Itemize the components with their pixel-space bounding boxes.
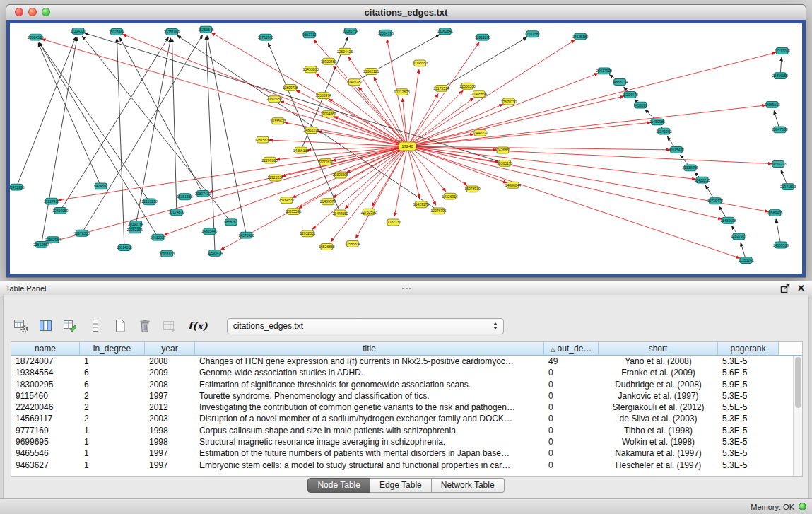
graph-node-label: 11194320: [71, 30, 86, 33]
create-row-button[interactable]: [86, 317, 105, 335]
tab-network-table[interactable]: Network Table: [432, 478, 505, 493]
graph-node-label: 13919260: [475, 36, 490, 40]
table-row[interactable]: 1938455462009Genome-wide association stu…: [11, 367, 793, 378]
table-row[interactable]: 911546021997Tourette syndrome. Phenomeno…: [11, 390, 793, 402]
function-builder-button[interactable]: f(x): [185, 317, 211, 335]
graph-node-label: 14369569: [773, 244, 789, 247]
graph-node-label: 9433099: [634, 104, 648, 107]
new-file-icon: [112, 318, 128, 334]
cell-in_degree: 1: [80, 448, 145, 459]
cell-name: 9699695: [11, 436, 80, 448]
cell-short: Hescheler et al. (1997): [599, 460, 718, 471]
column-header-out_degree[interactable]: △out_de…: [544, 342, 599, 356]
scrollbar-thumb[interactable]: [795, 357, 801, 408]
column-header-short[interactable]: short: [599, 342, 718, 356]
graph-node-label: 13453863: [303, 68, 319, 71]
graph-node-label: 18922450: [321, 60, 336, 64]
close-window-button[interactable]: [15, 8, 23, 16]
table-row[interactable]: 969969511998Structural magnetic resonanc…: [11, 436, 793, 448]
graph-node-label: 23444552: [333, 212, 348, 216]
graph-node-label: 14865440: [201, 230, 217, 233]
window-titlebar[interactable]: citations_edges.txt: [6, 5, 806, 21]
graph-node-label: 11450986: [649, 120, 665, 124]
graph-node-label: 20426782: [346, 81, 362, 84]
close-panel-icon[interactable]: ✕: [797, 284, 805, 293]
graph-node-label: 13809728: [283, 86, 298, 90]
column-header-year[interactable]: year: [145, 342, 195, 356]
table-body: 1872400712008Changes of HCN gene express…: [11, 356, 793, 476]
combo-arrows-icon: [493, 322, 498, 329]
network-view-frame: 1724017426831183631731488684415978939143…: [6, 20, 806, 277]
graph-node-label: 11182130: [386, 221, 401, 225]
table-panel-header: Table Panel ✕: [0, 281, 812, 296]
table-row[interactable]: 977716911998Corpus callosum shape and si…: [11, 425, 793, 436]
delete-button[interactable]: [136, 317, 154, 335]
cell-year: 1997: [145, 390, 195, 402]
tab-edge-table[interactable]: Edge Table: [370, 478, 432, 493]
column-header-pagerank[interactable]: pagerank: [718, 342, 779, 356]
table-row[interactable]: 1872400712008Changes of HCN gene express…: [11, 356, 793, 367]
column-header-filler: [779, 342, 802, 356]
cell-in_degree: 1: [80, 460, 145, 471]
graph-node-label: 17240: [401, 144, 413, 148]
cell-name: 18300295: [11, 379, 80, 390]
column-header-title[interactable]: title: [195, 342, 544, 356]
new-file-button[interactable]: [111, 317, 129, 335]
table-row[interactable]: 1456911722003Disruption of a novel membe…: [11, 413, 793, 424]
create-row-icon: [88, 318, 103, 334]
graph-node-label: 16762963: [258, 36, 273, 40]
import-table-button[interactable]: [160, 317, 179, 335]
graph-node-label: 12814018: [117, 246, 132, 250]
cell-short: Tibbo et al. (1998): [599, 425, 718, 436]
graph-node-label: 17227410: [44, 200, 59, 204]
cell-short: Yano et al. (2008): [599, 356, 718, 367]
cell-out_degree: 0: [544, 402, 599, 413]
cell-in_degree: 1: [80, 425, 145, 436]
column-header-name[interactable]: name: [11, 342, 80, 356]
cell-pagerank: 5.6E-5: [718, 367, 779, 378]
cell-title: Corpus callosum shape and size in male p…: [195, 425, 544, 436]
panel-drag-handle[interactable]: [401, 287, 411, 290]
cell-year: 2009: [145, 367, 195, 378]
table-settings-button[interactable]: [12, 317, 30, 335]
graph-node-label: 12424059: [52, 209, 68, 213]
show-columns-button[interactable]: [37, 317, 55, 335]
cell-pagerank: 5.3E-5: [718, 425, 779, 436]
graph-node-label: 20302296: [333, 173, 348, 177]
table-scrollbar[interactable]: [793, 356, 802, 476]
graph-node-label: 15978939: [464, 187, 480, 191]
tab-node-table[interactable]: Node Table: [307, 478, 370, 493]
graph-node-label: 23764537: [278, 199, 294, 202]
cell-short: Franke et al. (2009): [599, 367, 718, 378]
minimize-window-button[interactable]: [28, 8, 37, 16]
graph-node-label: 19720474: [707, 199, 723, 203]
memory-status-label: Memory: OK: [751, 503, 794, 511]
graph-node-label: 14886844: [505, 184, 521, 187]
node-table: namein_degreeyeartitle△out_de…shortpager…: [11, 341, 803, 477]
table-row[interactable]: 2242004622012Investigating the contribut…: [11, 402, 793, 413]
table-row[interactable]: 1830029562008Estimation of significance …: [11, 379, 793, 390]
graph-node-label: 21489579: [320, 200, 336, 204]
graph-node-label: 9858267: [224, 221, 238, 224]
column-header-in_degree[interactable]: in_degree: [80, 342, 145, 356]
citation-network-graph[interactable]: 1724017426831183631731488684415978939143…: [10, 23, 802, 274]
zoom-window-button[interactable]: [42, 8, 50, 16]
graph-node-label: 22015433: [669, 148, 684, 152]
table-panel-body: f(x) citations_edges.txt namein_degreeye…: [3, 295, 809, 498]
cell-title: Estimation of significance thresholds fo…: [195, 379, 544, 390]
cell-name: 14569117: [11, 413, 80, 424]
column-label: name: [35, 344, 56, 354]
graph-node-label: 17426831: [495, 148, 510, 152]
table-row[interactable]: 946554611997Estimation of the future num…: [11, 448, 793, 459]
table-row[interactable]: 946362711997Embryonic stem cells: a mode…: [11, 460, 793, 471]
network-canvas[interactable]: 1724017426831183631731488684415978939143…: [10, 23, 802, 274]
graph-node-label: 12552964: [45, 238, 61, 242]
graph-node-label: 12217268: [775, 49, 790, 53]
show-columns-icon: [38, 318, 54, 334]
graph-node-label: 22952336: [127, 228, 143, 232]
create-column-button[interactable]: [61, 317, 80, 335]
table-selector[interactable]: citations_edges.txt: [227, 318, 504, 334]
cell-in_degree: 1: [80, 436, 145, 448]
graph-node-label: 20307419: [195, 192, 211, 196]
float-panel-icon[interactable]: [780, 284, 790, 293]
